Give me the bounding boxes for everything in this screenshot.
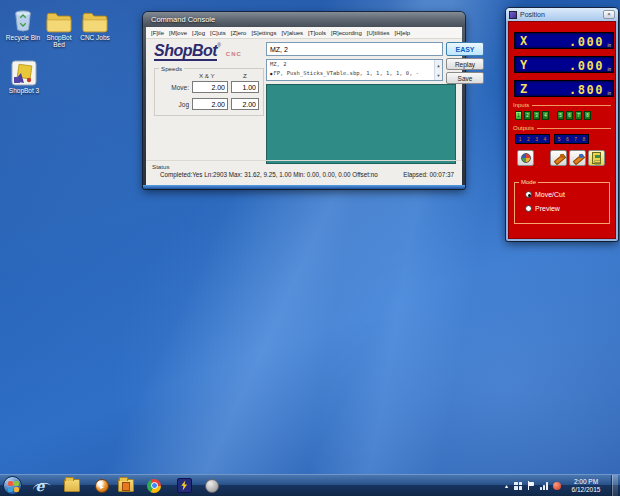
menu-recording[interactable]: [R]ecording	[331, 30, 362, 36]
command-console-window: Command Console [F]ile [M]ove [J]og [C]u…	[143, 12, 465, 189]
wrench-tool-button[interactable]	[569, 150, 586, 166]
position-window-icon	[509, 11, 517, 19]
desktop-icon-label: ShopBot 3	[6, 87, 42, 94]
status-text: Completed:Yes Ln:2903 Max: 31.62, 9.25, …	[160, 171, 378, 178]
menu-values[interactable]: [V]alues	[281, 30, 303, 36]
tray-expand-icon[interactable]: ▲	[504, 483, 509, 489]
command-history-list[interactable]: MZ, 2 ●FP, Push_Sticks_VTable.sbp, 1, 1,…	[266, 59, 443, 81]
menu-zero[interactable]: [Z]ero	[231, 30, 247, 36]
z-axis-unit: in	[607, 91, 611, 96]
taskbar-shopbot-icon[interactable]	[172, 476, 196, 496]
desktop-icon-label: ShopBot Bed	[41, 34, 77, 48]
scroll-up-icon[interactable]: ▲	[437, 63, 439, 68]
desktop: Recycle Bin ShopBot Bed CNC Jobs	[0, 0, 620, 496]
clock-date: 6/12/2015	[566, 486, 606, 494]
command-console-titlebar[interactable]: Command Console	[143, 12, 465, 27]
speeds-col-xy: X & Y	[199, 72, 215, 79]
history-scroll-arrows[interactable]: ▲▼	[434, 60, 442, 80]
taskbar-chrome-icon[interactable]	[142, 476, 166, 496]
media-player-icon: ▸	[95, 479, 109, 493]
input-led-5: 5	[557, 111, 564, 120]
mode-group: Mode Move/Cut Preview	[514, 182, 610, 224]
taskbar-media-player-icon[interactable]: ▸	[90, 476, 114, 496]
jog-xy-field[interactable]	[192, 98, 228, 110]
z-axis-label: Z	[520, 82, 527, 96]
move-z-field[interactable]	[231, 81, 259, 93]
color-wheel-button[interactable]	[517, 150, 534, 166]
network-icon[interactable]	[540, 482, 548, 490]
ie-icon: e	[36, 479, 45, 493]
easy-button[interactable]: EASY	[446, 42, 484, 56]
input-led-2: 2	[524, 111, 531, 120]
hammer-tool-button[interactable]	[550, 150, 567, 166]
history-line-selected[interactable]: ●FP, Push_Sticks_VTable.sbp, 1, 1, 1, 1,…	[267, 69, 442, 78]
command-console-menubar: [F]ile [M]ove [J]og [C]uts [Z]ero [S]ett…	[146, 27, 462, 39]
x-axis-value: .000	[569, 35, 604, 49]
jog-z-field[interactable]	[231, 98, 259, 110]
move-label: Move:	[161, 84, 189, 91]
desktop-icon-shopbot-3[interactable]: ShopBot 3	[6, 58, 42, 94]
position-titlebar[interactable]: Position ×	[506, 8, 618, 21]
history-line[interactable]: MZ, 2	[267, 60, 442, 69]
mode-move-cut-radio[interactable]: Move/Cut	[525, 191, 565, 198]
speeds-label: Speeds	[159, 65, 184, 72]
y-axis-display: Y .000 in	[514, 56, 614, 73]
move-xy-field[interactable]	[192, 81, 228, 93]
taskbar-internet-explorer-icon[interactable]: e	[28, 476, 52, 496]
taskbar-clock[interactable]: 2:00 PM 6/12/2015	[566, 478, 606, 494]
shopbot-lightning-icon	[177, 478, 192, 493]
position-body: X .000 in Y .000 in Z .800 in Inputs 1 2…	[508, 21, 616, 239]
hammer-icon	[553, 153, 564, 164]
start-button[interactable]	[3, 476, 22, 495]
close-icon[interactable]: ×	[603, 10, 615, 19]
window-title: Command Console	[151, 15, 215, 24]
output-indicators: 1234 5678	[515, 134, 589, 144]
desktop-icon-label: Recycle Bin	[5, 34, 41, 41]
logo-cnc-text: CNC	[226, 51, 242, 57]
command-input[interactable]	[266, 42, 443, 56]
status-section: Status Completed:Yes Ln:2903 Max: 31.62,…	[146, 160, 462, 185]
menu-tools[interactable]: [T]ools	[308, 30, 326, 36]
menu-utilities[interactable]: [U]tilities	[367, 30, 390, 36]
taskbar-documents-icon[interactable]	[114, 476, 138, 496]
action-center-flag-icon[interactable]	[527, 481, 535, 490]
menu-settings[interactable]: [S]ettings	[251, 30, 276, 36]
clock-time: 2:00 PM	[566, 478, 606, 486]
menu-help[interactable]: [H]elp	[394, 30, 410, 36]
keypad-icon	[592, 152, 601, 164]
speeds-group: Speeds X & Y Z Move: Jog	[154, 68, 264, 116]
desktop-icon-shopbot-bed[interactable]: ShopBot Bed	[41, 5, 77, 48]
keypad-button[interactable]	[588, 150, 605, 166]
recycle-bin-icon	[5, 5, 41, 33]
logo-brand-text: ShopBot	[154, 42, 217, 61]
desktop-icon-recycle-bin[interactable]: Recycle Bin	[5, 5, 41, 41]
color-wheel-icon	[521, 153, 531, 163]
position-window: Position × X .000 in Y .000 in Z .800 in…	[506, 8, 618, 241]
mode-label: Mode	[519, 179, 538, 185]
elapsed-time: Elapsed: 00:07:37	[403, 171, 454, 178]
menu-file[interactable]: [F]ile	[151, 30, 164, 36]
menu-cuts[interactable]: [C]uts	[210, 30, 226, 36]
desktop-icon-cnc-jobs[interactable]: CNC Jobs	[77, 5, 113, 41]
registered-mark: ®	[217, 42, 221, 48]
menu-move[interactable]: [M]ove	[169, 30, 187, 36]
output-group-1: 1234	[515, 134, 550, 144]
mode-preview-radio[interactable]: Preview	[525, 205, 560, 212]
taskbar-explorer-icon[interactable]	[60, 476, 84, 496]
windows-flag-icon	[8, 481, 13, 486]
replay-button[interactable]: Replay	[446, 58, 484, 70]
shopbot-tray-icon[interactable]	[553, 482, 561, 490]
speeds-col-z: Z	[243, 72, 247, 79]
jog-label: Jog	[161, 101, 189, 108]
show-desktop-button[interactable]	[611, 475, 618, 496]
save-button[interactable]: Save	[446, 72, 484, 84]
taskbar-partworks-icon[interactable]	[200, 476, 224, 496]
input-led-3: 3	[533, 111, 540, 120]
scroll-down-icon[interactable]: ▼	[437, 73, 439, 78]
menu-jog[interactable]: [J]og	[192, 30, 205, 36]
command-console-client: [F]ile [M]ove [J]og [C]uts [Z]ero [S]ett…	[146, 27, 462, 185]
folder-icon	[64, 479, 80, 492]
tray-grid-icon[interactable]	[514, 482, 522, 490]
history-line-text: FP, Push_Sticks_VTable.sbp, 1, 1, 1, 1, …	[273, 70, 419, 76]
input-led-4: 4	[542, 111, 549, 120]
